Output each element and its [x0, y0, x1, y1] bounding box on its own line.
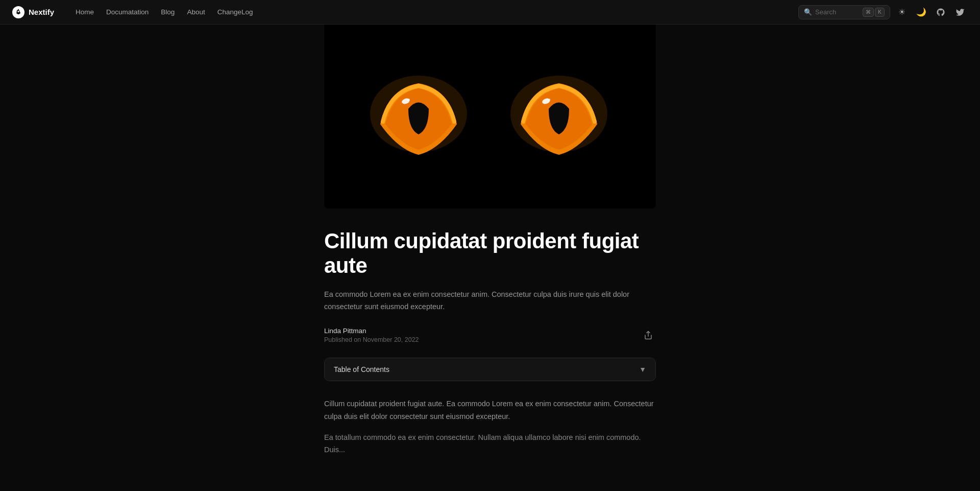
publish-date: Published on November 20, 2022 — [324, 336, 419, 343]
toc-chevron-icon: ▼ — [639, 365, 646, 373]
search-kbd: ⌘ K — [863, 8, 885, 17]
toc-toggle[interactable]: Table of Contents ▼ — [325, 358, 655, 381]
svg-point-2 — [18, 11, 19, 12]
search-box[interactable]: 🔍 Search ⌘ K — [798, 5, 890, 19]
kbd-k: K — [875, 8, 885, 17]
nav-changelog[interactable]: ChangeLog — [212, 5, 258, 19]
nav-about[interactable]: About — [182, 5, 210, 19]
search-placeholder: Search — [815, 8, 860, 16]
nav-right: 🔍 Search ⌘ K ☀ 🌙 — [798, 5, 968, 20]
logo-icon — [12, 6, 24, 18]
kbd-cmd: ⌘ — [863, 8, 874, 17]
author-name: Linda Pittman — [324, 327, 419, 335]
brand-name: Nextify — [29, 8, 54, 16]
nav-links: Home Documatation Blog About ChangeLog — [70, 5, 798, 19]
theme-moon-button[interactable]: 🌙 — [914, 5, 929, 20]
page-wrapper: Cillum cupidatat proident fugiat aute Ea… — [0, 25, 980, 487]
brand-logo[interactable]: Nextify — [12, 6, 54, 18]
article-meta: Linda Pittman Published on November 20, … — [324, 327, 656, 343]
toc-container: Table of Contents ▼ — [324, 358, 656, 381]
theme-sun-button[interactable]: ☀ — [894, 5, 910, 20]
nav-blog[interactable]: Blog — [156, 5, 180, 19]
svg-point-9 — [547, 99, 550, 101]
author-info: Linda Pittman Published on November 20, … — [324, 327, 419, 343]
github-button[interactable] — [933, 5, 948, 20]
hero-image — [324, 25, 656, 208]
article-body: Cillum cupidatat proident fugiat aute Ea… — [324, 208, 656, 456]
article-paragraph-2: Ea totallum commodo ea ex enim consectet… — [324, 431, 656, 456]
navbar: Nextify Home Documatation Blog About Cha… — [0, 0, 980, 25]
svg-point-6 — [407, 99, 410, 101]
twitter-button[interactable] — [952, 5, 968, 20]
toc-label: Table of Contents — [334, 365, 389, 373]
nav-home[interactable]: Home — [70, 5, 99, 19]
nav-documentation[interactable]: Documatation — [101, 5, 154, 19]
search-icon: 🔍 — [804, 8, 812, 16]
article-title: Cillum cupidatat proident fugiat aute — [324, 229, 656, 278]
content-area: Cillum cupidatat proident fugiat aute Ea… — [324, 25, 656, 487]
article-description: Ea commodo Lorem ea ex enim consectetur … — [324, 289, 656, 313]
share-button[interactable] — [641, 328, 656, 343]
article-paragraph-1: Cillum cupidatat proident fugiat aute. E… — [324, 398, 656, 423]
